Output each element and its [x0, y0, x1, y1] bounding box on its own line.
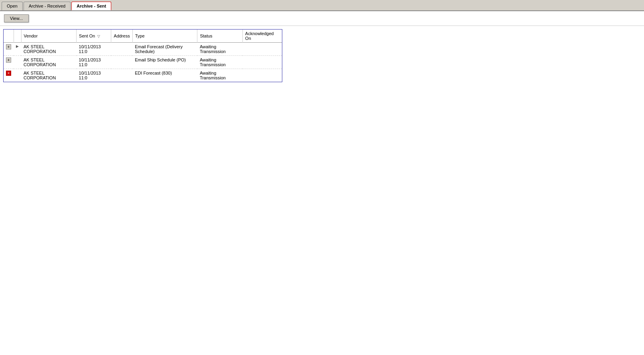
col-vendor: Vendor [21, 30, 77, 43]
row-arrow [14, 56, 21, 69]
col-sent-on[interactable]: Sent On ▽ [77, 30, 111, 43]
table-container: Vendor Sent On ▽ Address Type Status Ack… [3, 29, 282, 82]
table-row: +AK STEEL CORPORATION10/11/2013 11:0Emai… [4, 56, 282, 69]
table-row: +▶AK STEEL CORPORATION10/11/2013 11:0Ema… [4, 43, 282, 56]
acknowledged-on-cell [242, 69, 282, 82]
col-acknowledged-on: Acknowledged On [242, 30, 282, 43]
type-cell: Email Ship Schedule (PO) [132, 56, 197, 69]
col-arrow [14, 30, 21, 43]
tab-bar: Open Archive - Received Archive - Sent [0, 0, 644, 11]
row-arrow: ▶ [14, 43, 21, 56]
vendor-cell: AK STEEL CORPORATION [21, 56, 77, 69]
expand-icon[interactable]: + [6, 44, 11, 49]
expand-icon[interactable]: × [6, 71, 11, 76]
vendor-cell: AK STEEL CORPORATION [21, 69, 77, 82]
vendor-cell: AK STEEL CORPORATION [21, 43, 77, 56]
view-button[interactable]: View... [4, 14, 29, 22]
tab-archive-received[interactable]: Archive - Received [24, 2, 71, 10]
row-arrow [14, 69, 21, 82]
acknowledged-on-cell [242, 56, 282, 69]
address-cell [111, 56, 132, 69]
col-type: Type [132, 30, 197, 43]
tab-archive-sent[interactable]: Archive - Sent [71, 2, 111, 10]
type-cell: EDI Forecast (830) [132, 69, 197, 82]
col-expand [4, 30, 14, 43]
status-cell: Awaiting Transmission [197, 56, 242, 69]
data-table: Vendor Sent On ▽ Address Type Status Ack… [4, 30, 282, 82]
address-cell [111, 43, 132, 56]
address-cell [111, 69, 132, 82]
sent-on-cell: 10/11/2013 11:0 [77, 69, 111, 82]
type-cell: Email Forecast (Delivery Schedule) [132, 43, 197, 56]
col-address: Address [111, 30, 132, 43]
expand-cell: × [4, 69, 14, 82]
col-status: Status [197, 30, 242, 43]
toolbar: View... [0, 11, 644, 26]
sent-on-cell: 10/11/2013 11:0 [77, 56, 111, 69]
table-row: ×AK STEEL CORPORATION10/11/2013 11:0EDI … [4, 69, 282, 82]
expand-cell: + [4, 43, 14, 56]
sort-arrow-sent-on: ▽ [97, 34, 100, 38]
status-cell: Awaiting Transmission [197, 43, 242, 56]
content-area: Vendor Sent On ▽ Address Type Status Ack… [0, 26, 644, 355]
expand-icon[interactable]: + [6, 57, 11, 63]
acknowledged-on-cell [242, 43, 282, 56]
tab-open[interactable]: Open [2, 2, 23, 10]
status-cell: Awaiting Transmission [197, 69, 242, 82]
sent-on-cell: 10/11/2013 11:0 [77, 43, 111, 56]
app-container: Open Archive - Received Archive - Sent V… [0, 0, 644, 355]
expand-cell: + [4, 56, 14, 69]
